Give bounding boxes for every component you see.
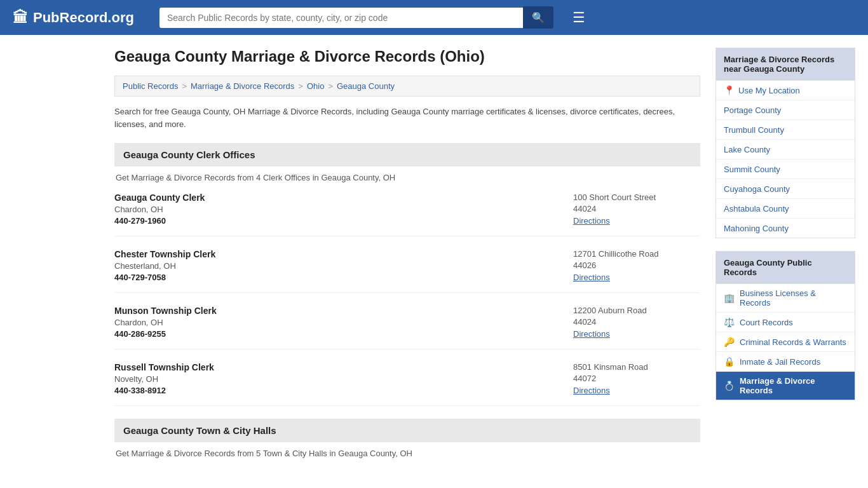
clerk-entry-4-left: Russell Township Clerk Novelty, OH 440-3… — [114, 362, 214, 395]
clerk-directions-1[interactable]: Directions — [573, 216, 610, 226]
page-title: Geauga County Marriage & Divorce Records… — [114, 48, 700, 65]
inmate-icon: 🔒 — [724, 356, 735, 367]
sidebar-nearby-title: Marriage & Divorce Records near Geauga C… — [716, 48, 855, 81]
sidebar-nearby: Marriage & Divorce Records near Geauga C… — [715, 48, 855, 238]
sidebar-use-location[interactable]: 📍 Use My Location — [716, 81, 855, 100]
sidebar-county-summit[interactable]: Summit County — [716, 159, 855, 179]
sidebar-record-inmate[interactable]: 🔒 Inmate & Jail Records — [716, 352, 855, 372]
breadcrumb-marriage-divorce[interactable]: Marriage & Divorce Records — [191, 81, 294, 91]
court-icon: ⚖️ — [724, 317, 735, 327]
clerk-address-3: 12200 Auburn Road — [573, 306, 700, 315]
clerk-entry-2-right: 12701 Chillicothe Road 44026 Directions — [573, 249, 700, 282]
clerk-phone-4: 440-338-8912 — [114, 386, 214, 395]
clerk-entry-1-left: Geauga County Clerk Chardon, OH 440-279-… — [114, 193, 205, 226]
sidebar-record-criminal-link[interactable]: Criminal Records & Warrants — [740, 337, 846, 347]
breadcrumb-geauga[interactable]: Geauga County — [337, 81, 395, 91]
clerk-entry-2-left: Chester Township Clerk Chesterland, OH 4… — [114, 249, 215, 282]
clerk-address-1: 100 Short Court Street — [573, 193, 700, 202]
sidebar-record-marriage[interactable]: 💍 Marriage & Divorce Records — [716, 372, 855, 400]
criminal-icon: 🔑 — [724, 337, 735, 347]
clerk-city-3: Chardon, OH — [114, 318, 217, 327]
sidebar-county-ashtabula[interactable]: Ashtabula County — [716, 199, 855, 219]
sidebar-county-lake[interactable]: Lake County — [716, 140, 855, 159]
clerk-entry-3: Munson Township Clerk Chardon, OH 440-28… — [114, 306, 700, 349]
sidebar-record-business-link[interactable]: Business Licenses & Records — [740, 288, 847, 308]
intro-text: Search for free Geauga County, OH Marria… — [114, 105, 700, 130]
sidebar: Marriage & Divorce Records near Geauga C… — [715, 48, 855, 468]
clerk-zip-1: 44024 — [573, 204, 700, 214]
sidebar-county-trumbull-link[interactable]: Trumbull County — [724, 125, 784, 135]
menu-button[interactable]: ☰ — [573, 10, 585, 26]
sidebar-record-criminal[interactable]: 🔑 Criminal Records & Warrants — [716, 332, 855, 352]
clerk-zip-4: 44072 — [573, 374, 700, 383]
clerk-zip-3: 44024 — [573, 317, 700, 327]
site-header: 🏛 PubRecord.org 🔍 ☰ — [0, 0, 868, 35]
sidebar-public-records-list: 🏢 Business Licenses & Records ⚖️ Court R… — [716, 284, 855, 400]
location-icon: 📍 — [724, 85, 735, 95]
sidebar-county-lake-link[interactable]: Lake County — [724, 145, 770, 154]
breadcrumb-sep-3: > — [328, 81, 333, 91]
clerk-phone-3: 440-286-9255 — [114, 329, 217, 339]
sidebar-record-court-link[interactable]: Court Records — [740, 318, 793, 327]
clerk-phone-2: 440-729-7058 — [114, 273, 215, 282]
business-icon: 🏢 — [724, 293, 735, 303]
clerk-address-4: 8501 Kinsman Road — [573, 362, 700, 372]
logo-text: PubRecord.org — [33, 10, 134, 26]
clerk-name-4: Russell Township Clerk — [114, 362, 214, 372]
sidebar-public-records: Geauga County Public Records 🏢 Business … — [715, 251, 855, 400]
sidebar-county-mahoning-link[interactable]: Mahoning County — [724, 224, 789, 233]
sidebar-record-court[interactable]: ⚖️ Court Records — [716, 313, 855, 332]
clerk-name-2: Chester Township Clerk — [114, 249, 215, 259]
clerk-entry-2: Chester Township Clerk Chesterland, OH 4… — [114, 249, 700, 293]
clerk-entry-3-left: Munson Township Clerk Chardon, OH 440-28… — [114, 306, 217, 339]
clerk-entry-4-right: 8501 Kinsman Road 44072 Directions — [573, 362, 700, 395]
clerk-directions-3[interactable]: Directions — [573, 329, 610, 339]
sidebar-public-records-title: Geauga County Public Records — [716, 252, 855, 284]
breadcrumb-ohio[interactable]: Ohio — [307, 81, 324, 91]
town-halls-header: Geauga County Town & City Halls — [114, 419, 700, 442]
clerk-entry-4: Russell Township Clerk Novelty, OH 440-3… — [114, 362, 700, 406]
clerk-offices-subtitle: Get Marriage & Divorce Records from 4 Cl… — [114, 173, 700, 182]
sidebar-county-trumbull[interactable]: Trumbull County — [716, 120, 855, 140]
clerk-offices-header: Geauga County Clerk Offices — [114, 143, 700, 166]
clerk-city-4: Novelty, OH — [114, 374, 214, 384]
clerk-entry-3-right: 12200 Auburn Road 44024 Directions — [573, 306, 700, 339]
sidebar-county-cuyahoga-link[interactable]: Cuyahoga County — [724, 184, 790, 194]
use-location-link[interactable]: Use My Location — [738, 86, 800, 95]
search-input[interactable] — [159, 8, 523, 28]
search-button[interactable]: 🔍 — [523, 6, 553, 29]
search-icon: 🔍 — [532, 12, 545, 23]
clerk-city-2: Chesterland, OH — [114, 261, 215, 271]
sidebar-record-inmate-link[interactable]: Inmate & Jail Records — [740, 357, 820, 367]
sidebar-county-summit-link[interactable]: Summit County — [724, 165, 780, 174]
logo-link[interactable]: 🏛 PubRecord.org — [13, 9, 134, 27]
breadcrumb-sep-1: > — [182, 81, 187, 91]
clerk-name-1: Geauga County Clerk — [114, 193, 205, 203]
clerk-name-3: Munson Township Clerk — [114, 306, 217, 316]
clerk-entry-1-right: 100 Short Court Street 44024 Directions — [573, 193, 700, 226]
marriage-icon: 💍 — [724, 381, 735, 391]
sidebar-county-portage-link[interactable]: Portage County — [724, 105, 781, 115]
clerk-directions-2[interactable]: Directions — [573, 273, 610, 282]
logo-icon: 🏛 — [13, 9, 28, 27]
clerk-phone-1: 440-279-1960 — [114, 216, 205, 226]
clerk-directions-4[interactable]: Directions — [573, 386, 610, 395]
sidebar-county-mahoning[interactable]: Mahoning County — [716, 219, 855, 238]
sidebar-county-portage[interactable]: Portage County — [716, 100, 855, 120]
sidebar-record-marriage-link[interactable]: Marriage & Divorce Records — [740, 376, 847, 395]
sidebar-nearby-list: 📍 Use My Location Portage County Trumbul… — [716, 81, 855, 238]
search-bar: 🔍 — [159, 6, 553, 29]
town-halls-subtitle: Get Marriage & Divorce Records from 5 To… — [114, 449, 700, 458]
menu-icon: ☰ — [573, 10, 585, 25]
breadcrumb: Public Records > Marriage & Divorce Reco… — [114, 76, 700, 97]
sidebar-county-cuyahoga[interactable]: Cuyahoga County — [716, 179, 855, 199]
clerk-city-1: Chardon, OH — [114, 205, 205, 214]
main-container: Geauga County Marriage & Divorce Records… — [0, 35, 868, 481]
main-content: Geauga County Marriage & Divorce Records… — [114, 48, 700, 468]
sidebar-record-business[interactable]: 🏢 Business Licenses & Records — [716, 284, 855, 313]
breadcrumb-public-records[interactable]: Public Records — [123, 81, 178, 91]
clerk-zip-2: 44026 — [573, 261, 700, 270]
sidebar-county-ashtabula-link[interactable]: Ashtabula County — [724, 204, 789, 214]
clerk-entry-1: Geauga County Clerk Chardon, OH 440-279-… — [114, 193, 700, 236]
clerk-address-2: 12701 Chillicothe Road — [573, 249, 700, 259]
